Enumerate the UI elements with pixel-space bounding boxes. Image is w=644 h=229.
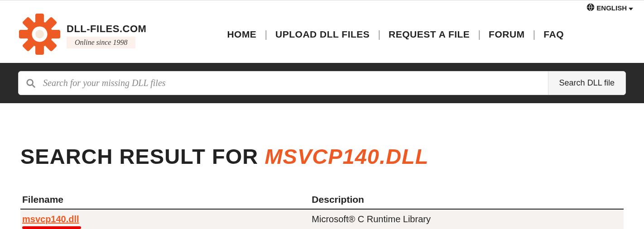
title-query: MSVCP140.DLL	[264, 144, 428, 168]
nav-forum[interactable]: FORUM	[481, 29, 533, 40]
search-icon	[19, 72, 41, 95]
logo-block[interactable]: DLL-FILES.COM Online since 1998	[18, 13, 146, 56]
language-label: ENGLISH	[596, 4, 627, 12]
search-button[interactable]: Search DLL file	[548, 72, 625, 95]
results-table: Filename Description msvcp140.dll Micros…	[20, 191, 624, 229]
nav-request[interactable]: REQUEST A FILE	[380, 29, 478, 40]
gear-logo-icon	[18, 13, 61, 56]
column-header-filename: Filename	[20, 191, 310, 209]
caret-down-icon	[629, 4, 633, 12]
svg-point-12	[27, 79, 33, 85]
header: DLL-FILES.COM Online since 1998 HOME | U…	[0, 13, 644, 63]
language-selector[interactable]: ENGLISH	[586, 3, 633, 13]
svg-point-11	[35, 30, 44, 38]
page-title: SEARCH RESULT FOR MSVCP140.DLL	[20, 144, 624, 169]
file-link[interactable]: msvcp140.dll	[22, 214, 79, 224]
nav-faq[interactable]: FAQ	[535, 29, 572, 40]
table-row: msvcp140.dll Microsoft® C Runtime Librar…	[20, 209, 624, 229]
nav-home[interactable]: HOME	[219, 29, 264, 40]
svg-line-13	[33, 85, 35, 87]
column-header-description: Description	[310, 191, 624, 209]
highlight-underline	[22, 226, 81, 229]
file-description: Microsoft® C Runtime Library	[310, 209, 624, 229]
search-bar: Search DLL file	[0, 63, 644, 103]
nav-upload[interactable]: UPLOAD DLL FILES	[267, 29, 378, 40]
main-nav: HOME | UPLOAD DLL FILES | REQUEST A FILE…	[219, 29, 572, 40]
globe-icon	[586, 3, 595, 13]
brand-name: DLL-FILES.COM	[67, 23, 146, 35]
tagline: Online since 1998	[67, 37, 135, 48]
content: SEARCH RESULT FOR MSVCP140.DLL Filename …	[0, 103, 644, 229]
search-input[interactable]	[41, 72, 548, 95]
title-prefix: SEARCH RESULT FOR	[20, 144, 264, 168]
file-link-text: msvcp140.dll	[22, 214, 79, 224]
